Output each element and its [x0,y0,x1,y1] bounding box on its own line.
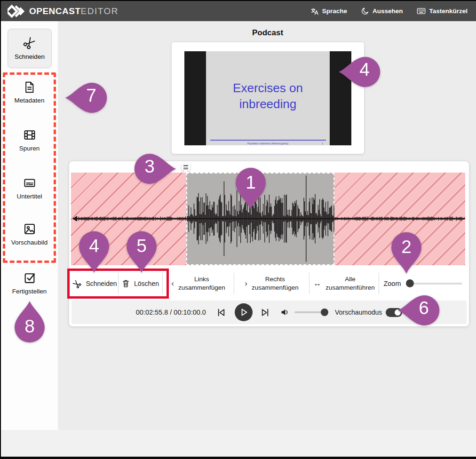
appearance-button[interactable]: Aussehen [361,7,403,15]
slide-title: Exercises oninbreeding [206,80,330,112]
slide-footer-text: Population subdivision [Heterozygosity] [206,142,330,145]
topbar-actions: Sprache Aussehen Tastenkürzel [310,7,468,16]
sidebar-item-thumbnail[interactable]: Vorschaubild [1,222,58,246]
play-icon [238,307,249,317]
cut-region-right[interactable] [334,173,465,265]
sidebar-item-label: Spuren [19,145,40,152]
chevron-left-icon: ‹ [171,279,174,288]
shortcuts-label: Tastenkürzel [429,8,468,15]
appearance-label: Aussehen [373,8,403,15]
playback-bar: 00:02:55.8 / 00:10:00.0 Vorschaumodus [71,301,467,324]
skip-forward-icon [260,308,270,317]
page-bottom-area [1,430,476,457]
trash-icon [122,279,130,288]
top-bar: OPENCASTEDITOR Sprache Aussehen Tastenkü… [1,1,476,21]
previous-frame-button[interactable] [216,308,226,317]
sidebar-item-label: Metadaten [15,97,45,104]
sidebar-item-cutting[interactable]: Schneiden [8,29,52,68]
zoom-slider[interactable] [407,283,462,285]
volume-slider-thumb[interactable] [321,309,328,316]
video-preview-card: Exercises oninbreeding Population subdiv… [172,42,364,154]
delete-button[interactable]: Löschen [118,273,162,294]
play-button[interactable] [235,303,253,321]
slide-page-number: 1 [322,142,323,145]
opencast-logo-icon [8,5,24,18]
sidebar-item-label: Untertitel [16,193,42,200]
merge-all-button[interactable]: ↔ Allezusammenführen [309,273,379,294]
sidebar-item-label: Schneiden [15,53,45,60]
video-player[interactable]: Exercises oninbreeding Population subdiv… [184,51,351,145]
sidebar-item-tracks[interactable]: Spuren [1,128,58,152]
sidebar-item-label: Fertigstellen [12,288,47,295]
moon-icon [361,7,369,15]
sidebar-item-finish[interactable]: Fertigstellen [1,271,58,295]
preview-mode-label: Vorschaumodus [335,309,382,316]
opencast-brand: OPENCASTEDITOR [8,5,119,18]
merge-right-button[interactable]: › Rechtszusammenfügen [234,273,309,294]
zoom-label: Zoom [383,280,401,287]
document-icon [23,81,36,94]
scissors-icon [71,277,84,290]
preview-mode-toggle[interactable] [386,308,402,317]
scrubber-tip [183,170,188,173]
timecode: 00:02:55.8 / 00:10:00.0 [136,309,206,316]
zoom-slider-thumb[interactable] [406,279,414,287]
toggle-knob [395,309,401,316]
volume-slider[interactable] [294,311,328,313]
scrubber-handle[interactable] [182,164,190,171]
volume-icon[interactable] [280,308,290,317]
sidebar-item-metadata[interactable]: Metadaten [1,81,58,104]
next-frame-button[interactable] [260,308,270,317]
pillarbox-right [330,51,351,145]
image-icon [23,222,36,236]
cut-region-left[interactable] [71,173,186,265]
timeline-track [71,173,467,265]
chevron-right-icon: › [245,279,247,288]
timeline-card: Schneiden Löschen ‹ Linkszusammenfügen ›… [69,161,469,326]
checkbox-icon [23,271,36,285]
language-label: Sprache [322,8,347,15]
pillarbox-left [184,51,206,145]
merge-left-button[interactable]: ‹ Linkszusammenfügen [162,273,234,294]
sidebar-item-subtitles[interactable]: Untertitel [1,176,58,200]
zoom-control: Zoom [379,273,467,294]
film-icon [23,128,36,142]
language-button[interactable]: Sprache [310,7,347,16]
screen-edge [1,457,476,459]
delete-button-label: Löschen [134,280,159,287]
subtitles-icon [23,176,36,190]
keyboard-icon [417,7,426,15]
page-title: Podcast [58,28,476,38]
sidebar: Schneiden Metadaten Spuren Untertitel Vo… [1,21,58,430]
cut-actions-row: Schneiden Löschen ‹ Linkszusammenfügen ›… [71,269,467,298]
slide-divider-line [210,140,326,141]
brand-title: OPENCASTEDITOR [29,6,119,16]
cut-button-label: Schneiden [86,280,117,287]
active-segment[interactable] [186,173,334,265]
sidebar-item-label: Vorschaubild [11,239,48,246]
scissors-icon [21,34,39,52]
translate-icon [310,7,319,16]
arrows-merge-icon: ↔ [313,279,321,288]
skip-back-icon [216,308,226,317]
cut-button[interactable]: Schneiden [71,273,118,294]
shortcuts-button[interactable]: Tastenkürzel [417,7,468,15]
